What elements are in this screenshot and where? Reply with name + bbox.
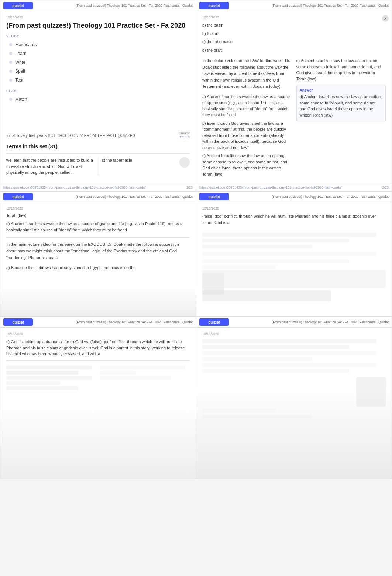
play-option-match[interactable]: Match	[6, 95, 190, 104]
panel-1-header: quizlet (From past quizzes!) Theology 10…	[0, 0, 196, 11]
panel-2-date: 10/15/2020	[202, 15, 386, 19]
panel-3-header: quizlet (From past quizzes!) Theology 10…	[0, 192, 196, 202]
q2-opt-c: c) Ancient Israelites saw the law as an …	[202, 153, 292, 177]
panel-3: quizlet (From past quizzes!) Theology 10…	[0, 191, 196, 317]
play-label: PLAY	[6, 89, 190, 93]
fade-overlay-3	[196, 386, 392, 479]
term-1-question: we learn that the people are instructed …	[6, 157, 94, 176]
close-button[interactable]: ✕	[382, 15, 389, 22]
correct-answer-label: Answer	[300, 88, 383, 92]
dot-icon	[9, 70, 12, 73]
panel-5-blurred-section	[6, 364, 190, 392]
panel-5-date: 10/15/2020	[6, 332, 190, 336]
panel-6-date: 10/15/2020	[202, 332, 386, 336]
study-option-learn[interactable]: Learn	[6, 49, 190, 58]
panel-question-1: quizlet (From past quizzes!) Theology 10…	[196, 0, 392, 191]
dot-icon	[9, 43, 12, 46]
quizlet-logo-3: quizlet	[3, 193, 33, 200]
dot-icon	[9, 98, 12, 101]
quizlet-logo-2: quizlet	[199, 2, 229, 9]
study-option-spell[interactable]: Spell	[6, 67, 190, 76]
panel-3-torah: Torah (law)	[6, 213, 190, 218]
panel-1-url: https://quizlet.com/537019354/from-past-…	[3, 186, 146, 189]
q2-opt-b: b) Even though God gives Israel the law …	[202, 120, 292, 151]
panel-4-date: 10/15/2020	[202, 207, 386, 210]
dot-icon	[9, 79, 12, 82]
quizlet-logo-4: quizlet	[199, 193, 229, 200]
term-divider	[98, 157, 98, 176]
term-avatar	[179, 157, 190, 168]
panel-1-footer: https://quizlet.com/537019354/from-past-…	[0, 184, 196, 191]
panel-3-header-title: (From past quizzes!) Theology 101 Practi…	[76, 195, 193, 199]
blurred-answer-area	[202, 270, 386, 301]
panel-2-header: quizlet (From past quizzes!) Theology 10…	[196, 0, 392, 11]
fade-overlay-2	[0, 405, 196, 479]
play-options-list: Match	[6, 95, 190, 104]
study-options-list: Flashcards Learn Write Spell Test	[6, 40, 190, 84]
panel-1-page: 1/23	[186, 186, 193, 189]
q2-opt-d: d) Ancient Israelites saw the law as an …	[296, 58, 386, 82]
panel-5-opt-c: c) God is setting up a drama, a "(true) …	[6, 339, 190, 357]
set-title: (From past quizzes!) Theology 101 Practi…	[6, 21, 190, 30]
panel-3-question: In the main lecture video for this week …	[6, 241, 190, 261]
panel-2-footer: https://quizlet.com/537019354/from-past-…	[196, 184, 392, 191]
panel-3-opt-a: a) Because the Hebrews had clearly sinne…	[6, 265, 190, 271]
quizlet-logo-5: quizlet	[3, 318, 33, 326]
panel-2-header-title: (From past quizzes!) Theology 101 Practi…	[272, 4, 389, 7]
fade-overlay	[0, 287, 196, 316]
panel-1-date: 10/15/2020	[6, 15, 190, 19]
answer-a: a) the basin	[202, 22, 386, 28]
quizlet-logo-6: quizlet	[199, 318, 229, 326]
panel-5: quizlet (From past quizzes!) Theology 10…	[0, 317, 196, 479]
term-1-answer: c) the tabernacle	[102, 157, 132, 163]
panel-4-header: quizlet (From past quizzes!) Theology 10…	[196, 192, 392, 202]
term-card-1: we learn that the people are instructed …	[6, 153, 190, 179]
question-2-text: In the lecture video on the LAW for this…	[202, 58, 292, 90]
terms-count: Terms in this set (31)	[6, 144, 190, 149]
panel-3-answer-d: d) Ancient Israelites saw/see the law as…	[6, 221, 190, 233]
panel-6: quizlet (From past quizzes!) Theology 10…	[196, 317, 392, 479]
panel-4: quizlet (From past quizzes!) Theology 10…	[196, 191, 392, 317]
study-option-test[interactable]: Test	[6, 76, 190, 84]
q2-opt-a: a) Ancient Israelites saw/see the law as…	[202, 94, 292, 118]
study-option-flashcards[interactable]: Flashcards	[6, 40, 190, 49]
panel-5-header-title: (From past quizzes!) Theology 101 Practi…	[76, 320, 193, 324]
set-description: for all lovely first-years BUT THIS IS O…	[6, 133, 135, 138]
panel-4-text: (false) god" conflict, through which he …	[202, 213, 386, 225]
panel-2-page: 2/23	[382, 186, 389, 189]
panel-6-header: quizlet (From past quizzes!) Theology 10…	[196, 317, 392, 328]
correct-answer-box: Answer d) Ancient Israelites saw the law…	[296, 85, 386, 121]
study-label: STUDY	[6, 34, 190, 38]
panel-4-header-title: (From past quizzes!) Theology 101 Practi…	[272, 195, 389, 199]
panel-6-header-title: (From past quizzes!) Theology 101 Practi…	[272, 320, 389, 324]
study-option-write[interactable]: Write	[6, 58, 190, 67]
panel-5-header: quizlet (From past quizzes!) Theology 10…	[0, 317, 196, 328]
panel-1-header-title: (From past quizzes!) Theology 101 Practi…	[76, 4, 193, 7]
dot-icon	[9, 61, 12, 64]
set-creator: zhu_h	[179, 135, 190, 139]
answer-c: c) the tabernacle	[202, 39, 386, 45]
answer-d: d) the draft	[202, 47, 386, 54]
panel-2-url: https://quizlet.com/537019354/from-past-…	[199, 186, 342, 189]
panel-study-set: quizlet (From past quizzes!) Theology 10…	[0, 0, 196, 191]
set-creator-label: Creator	[179, 131, 190, 135]
panel-3-date: 10/15/2020	[6, 207, 190, 210]
answer-b: b) the ark	[202, 31, 386, 37]
correct-answer-text: d) Ancient Israelites saw the law as an …	[300, 94, 383, 118]
dot-icon	[9, 52, 12, 55]
quizlet-logo: quizlet	[3, 2, 33, 9]
